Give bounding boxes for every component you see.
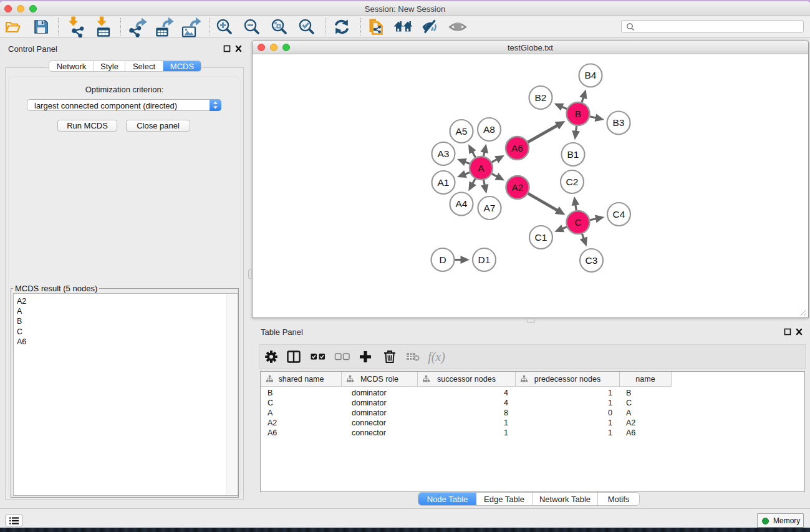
svg-text:A8: A8	[483, 124, 495, 135]
svg-text:D1: D1	[478, 254, 491, 265]
svg-text:A4: A4	[456, 198, 468, 209]
svg-text:B4: B4	[585, 70, 597, 80]
svg-text:f(x): f(x)	[428, 350, 445, 364]
svg-text:C2: C2	[566, 177, 579, 187]
svg-text:A3: A3	[438, 148, 450, 159]
svg-text:C3: C3	[586, 255, 598, 266]
svg-text:A1: A1	[438, 177, 450, 188]
svg-text:B: B	[575, 109, 581, 119]
svg-text:A2: A2	[512, 182, 524, 193]
svg-text:B3: B3	[613, 117, 625, 128]
svg-text:A6: A6	[511, 143, 523, 153]
svg-text:A7: A7	[484, 203, 496, 213]
svg-text:C4: C4	[613, 209, 625, 220]
svg-text:A5: A5	[456, 126, 468, 137]
svg-text:B2: B2	[535, 92, 547, 103]
svg-text:C1: C1	[535, 232, 547, 243]
svg-text:B1: B1	[567, 149, 579, 160]
svg-text:A: A	[478, 163, 485, 173]
svg-text:C: C	[574, 217, 581, 228]
svg-text:D: D	[439, 254, 446, 265]
